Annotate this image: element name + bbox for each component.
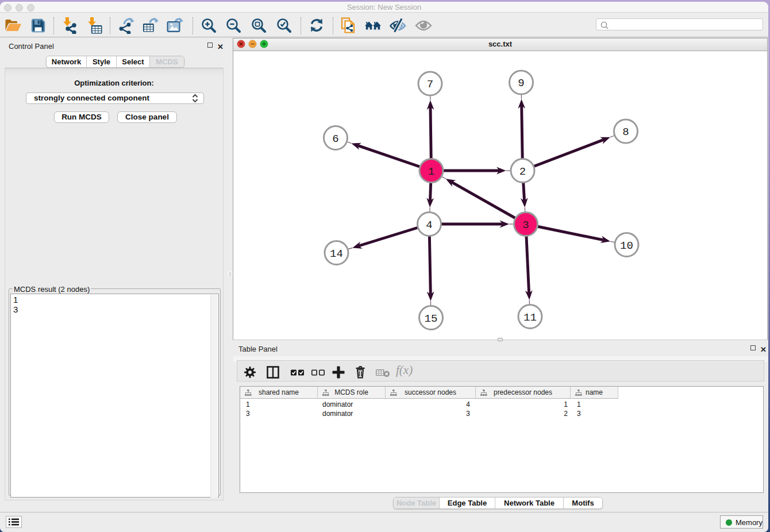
svg-text:7: 7: [427, 78, 433, 91]
svg-text:6: 6: [332, 133, 338, 145]
svg-text:10: 10: [620, 240, 633, 252]
svg-text:4: 4: [426, 219, 432, 232]
svg-text:2: 2: [519, 165, 526, 178]
svg-text:8: 8: [622, 126, 629, 138]
svg-text:15: 15: [425, 313, 438, 325]
svg-text:3: 3: [522, 219, 529, 232]
svg-text:9: 9: [518, 77, 524, 90]
svg-text:14: 14: [330, 248, 343, 260]
svg-text:1: 1: [428, 165, 434, 178]
svg-text:11: 11: [523, 311, 537, 324]
